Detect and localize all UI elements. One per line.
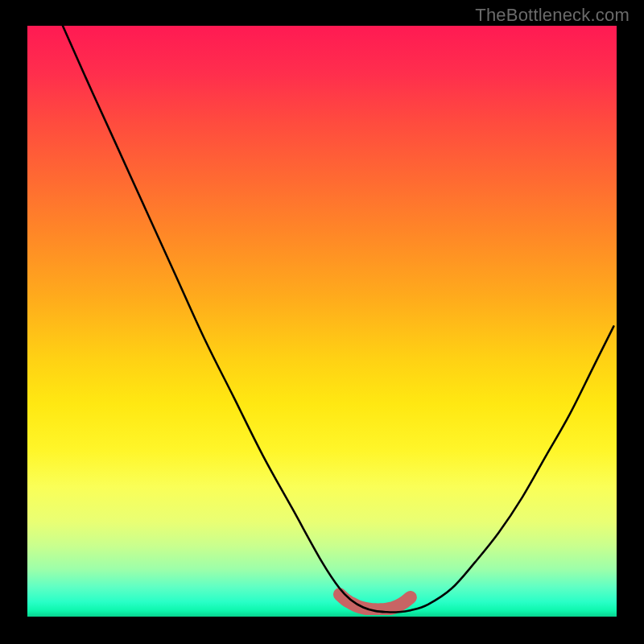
watermark-text: TheBottleneck.com	[475, 5, 630, 26]
plot-area	[27, 26, 617, 617]
curve-path	[63, 26, 613, 613]
bottom-band-path	[340, 594, 411, 609]
chart-svg	[27, 26, 617, 615]
